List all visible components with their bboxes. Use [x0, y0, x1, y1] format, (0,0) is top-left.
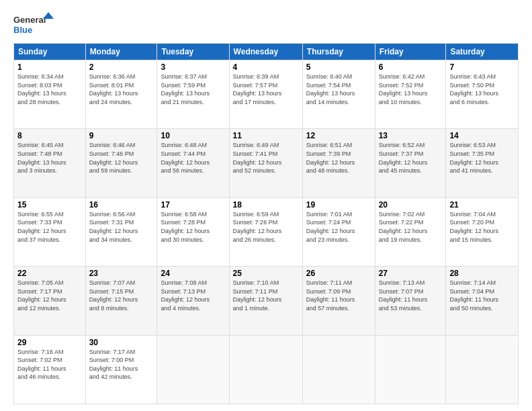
calendar-cell: 1Sunrise: 6:34 AM Sunset: 8:03 PM Daylig… [14, 60, 86, 129]
calendar-cell [229, 335, 302, 404]
calendar-cell: 17Sunrise: 6:58 AM Sunset: 7:28 PM Dayli… [157, 197, 229, 266]
calendar-cell: 19Sunrise: 7:01 AM Sunset: 7:24 PM Dayli… [302, 197, 375, 266]
calendar-week-row: 22Sunrise: 7:05 AM Sunset: 7:17 PM Dayli… [14, 267, 519, 335]
calendar-cell: 15Sunrise: 6:55 AM Sunset: 7:33 PM Dayli… [14, 197, 86, 266]
calendar-cell [446, 335, 519, 404]
calendar-cell [157, 335, 229, 404]
day-info: Sunrise: 7:10 AM Sunset: 7:11 PM Dayligh… [233, 279, 299, 312]
calendar-page: General Blue SundayMondayTuesdayWednesda… [0, 0, 532, 411]
day-info: Sunrise: 6:42 AM Sunset: 7:52 PM Dayligh… [379, 73, 443, 106]
day-number: 5 [306, 62, 371, 72]
day-number: 20 [379, 200, 443, 210]
day-info: Sunrise: 7:07 AM Sunset: 7:15 PM Dayligh… [89, 279, 154, 312]
day-number: 11 [233, 131, 299, 140]
calendar-cell: 10Sunrise: 6:48 AM Sunset: 7:44 PM Dayli… [157, 129, 229, 197]
calendar-week-row: 1Sunrise: 6:34 AM Sunset: 8:03 PM Daylig… [14, 60, 519, 129]
calendar-cell: 16Sunrise: 6:56 AM Sunset: 7:31 PM Dayli… [85, 197, 157, 266]
calendar-cell: 21Sunrise: 7:04 AM Sunset: 7:20 PM Dayli… [446, 197, 519, 266]
day-info: Sunrise: 6:53 AM Sunset: 7:35 PM Dayligh… [449, 141, 515, 175]
calendar-body: 1Sunrise: 6:34 AM Sunset: 8:03 PM Daylig… [14, 60, 519, 404]
calendar-cell: 12Sunrise: 6:51 AM Sunset: 7:39 PM Dayli… [302, 129, 375, 197]
day-info: Sunrise: 7:05 AM Sunset: 7:17 PM Dayligh… [17, 279, 82, 312]
weekday-header-wednesday: Wednesday [229, 44, 302, 60]
day-number: 12 [306, 131, 371, 140]
svg-text:Blue: Blue [13, 25, 32, 35]
calendar-cell: 20Sunrise: 7:02 AM Sunset: 7:22 PM Dayli… [375, 197, 446, 266]
calendar-cell: 26Sunrise: 7:11 AM Sunset: 7:09 PM Dayli… [302, 267, 375, 335]
day-number: 9 [89, 131, 154, 140]
day-info: Sunrise: 6:39 AM Sunset: 7:57 PM Dayligh… [233, 73, 299, 106]
day-number: 13 [379, 131, 443, 140]
day-info: Sunrise: 6:55 AM Sunset: 7:33 PM Dayligh… [17, 210, 82, 244]
day-number: 1 [17, 62, 82, 72]
calendar-cell [375, 335, 446, 404]
calendar-header: SundayMondayTuesdayWednesdayThursdayFrid… [14, 44, 519, 60]
day-info: Sunrise: 7:04 AM Sunset: 7:20 PM Dayligh… [449, 210, 515, 244]
day-number: 4 [233, 62, 299, 72]
calendar-cell: 4Sunrise: 6:39 AM Sunset: 7:57 PM Daylig… [229, 60, 302, 129]
day-number: 19 [306, 200, 371, 210]
weekday-header-saturday: Saturday [446, 44, 519, 60]
day-number: 15 [17, 200, 82, 210]
day-info: Sunrise: 7:02 AM Sunset: 7:22 PM Dayligh… [379, 210, 443, 244]
calendar-cell: 30Sunrise: 7:17 AM Sunset: 7:00 PM Dayli… [85, 335, 157, 404]
day-number: 28 [449, 269, 515, 278]
day-info: Sunrise: 6:43 AM Sunset: 7:50 PM Dayligh… [449, 73, 515, 106]
day-number: 2 [89, 62, 154, 72]
day-number: 14 [449, 131, 515, 140]
calendar-cell: 18Sunrise: 6:59 AM Sunset: 7:26 PM Dayli… [229, 197, 302, 266]
day-number: 24 [161, 269, 225, 278]
day-number: 30 [89, 338, 154, 347]
calendar-week-row: 29Sunrise: 7:16 AM Sunset: 7:02 PM Dayli… [14, 335, 519, 404]
day-info: Sunrise: 6:48 AM Sunset: 7:44 PM Dayligh… [161, 141, 225, 175]
calendar-cell: 3Sunrise: 6:37 AM Sunset: 7:59 PM Daylig… [157, 60, 229, 129]
day-info: Sunrise: 6:59 AM Sunset: 7:26 PM Dayligh… [233, 210, 299, 244]
day-info: Sunrise: 6:40 AM Sunset: 7:54 PM Dayligh… [306, 73, 371, 106]
svg-text:General: General [13, 15, 46, 25]
day-info: Sunrise: 6:45 AM Sunset: 7:48 PM Dayligh… [17, 141, 82, 175]
calendar-cell: 5Sunrise: 6:40 AM Sunset: 7:54 PM Daylig… [302, 60, 375, 129]
day-info: Sunrise: 7:01 AM Sunset: 7:24 PM Dayligh… [306, 210, 371, 244]
calendar-cell: 8Sunrise: 6:45 AM Sunset: 7:48 PM Daylig… [14, 129, 86, 197]
day-info: Sunrise: 7:16 AM Sunset: 7:02 PM Dayligh… [17, 348, 82, 381]
calendar-week-row: 8Sunrise: 6:45 AM Sunset: 7:48 PM Daylig… [14, 129, 519, 197]
day-number: 8 [17, 131, 82, 140]
day-info: Sunrise: 6:46 AM Sunset: 7:46 PM Dayligh… [89, 141, 154, 175]
day-number: 27 [379, 269, 443, 278]
weekday-header-sunday: Sunday [14, 44, 86, 60]
day-info: Sunrise: 7:14 AM Sunset: 7:04 PM Dayligh… [449, 279, 515, 312]
day-number: 23 [89, 269, 154, 278]
day-number: 10 [161, 131, 225, 140]
day-number: 25 [233, 269, 299, 278]
calendar-week-row: 15Sunrise: 6:55 AM Sunset: 7:33 PM Dayli… [14, 197, 519, 266]
calendar-cell: 23Sunrise: 7:07 AM Sunset: 7:15 PM Dayli… [85, 267, 157, 335]
calendar-cell: 13Sunrise: 6:52 AM Sunset: 7:37 PM Dayli… [375, 129, 446, 197]
page-header: General Blue [13, 11, 519, 38]
calendar-cell: 14Sunrise: 6:53 AM Sunset: 7:35 PM Dayli… [446, 129, 519, 197]
day-info: Sunrise: 6:37 AM Sunset: 7:59 PM Dayligh… [161, 73, 225, 106]
calendar-cell: 28Sunrise: 7:14 AM Sunset: 7:04 PM Dayli… [446, 267, 519, 335]
day-number: 3 [161, 62, 225, 72]
weekday-header-row: SundayMondayTuesdayWednesdayThursdayFrid… [14, 44, 519, 60]
day-info: Sunrise: 6:56 AM Sunset: 7:31 PM Dayligh… [89, 210, 154, 244]
day-number: 17 [161, 200, 225, 210]
weekday-header-monday: Monday [85, 44, 157, 60]
calendar-table: SundayMondayTuesdayWednesdayThursdayFrid… [13, 43, 519, 404]
calendar-cell: 9Sunrise: 6:46 AM Sunset: 7:46 PM Daylig… [85, 129, 157, 197]
calendar-cell: 25Sunrise: 7:10 AM Sunset: 7:11 PM Dayli… [229, 267, 302, 335]
calendar-cell: 11Sunrise: 6:49 AM Sunset: 7:41 PM Dayli… [229, 129, 302, 197]
day-info: Sunrise: 6:34 AM Sunset: 8:03 PM Dayligh… [17, 73, 82, 106]
logo-svg: General Blue [13, 11, 54, 38]
day-info: Sunrise: 6:58 AM Sunset: 7:28 PM Dayligh… [161, 210, 225, 244]
day-info: Sunrise: 6:49 AM Sunset: 7:41 PM Dayligh… [233, 141, 299, 175]
calendar-cell [302, 335, 375, 404]
day-info: Sunrise: 7:11 AM Sunset: 7:09 PM Dayligh… [306, 279, 371, 312]
logo: General Blue [13, 11, 54, 38]
day-info: Sunrise: 7:17 AM Sunset: 7:00 PM Dayligh… [89, 348, 154, 381]
weekday-header-tuesday: Tuesday [157, 44, 229, 60]
calendar-cell: 6Sunrise: 6:42 AM Sunset: 7:52 PM Daylig… [375, 60, 446, 129]
day-info: Sunrise: 6:36 AM Sunset: 8:01 PM Dayligh… [89, 73, 154, 106]
day-info: Sunrise: 7:13 AM Sunset: 7:07 PM Dayligh… [379, 279, 443, 312]
day-info: Sunrise: 7:08 AM Sunset: 7:13 PM Dayligh… [161, 279, 225, 312]
calendar-cell: 24Sunrise: 7:08 AM Sunset: 7:13 PM Dayli… [157, 267, 229, 335]
